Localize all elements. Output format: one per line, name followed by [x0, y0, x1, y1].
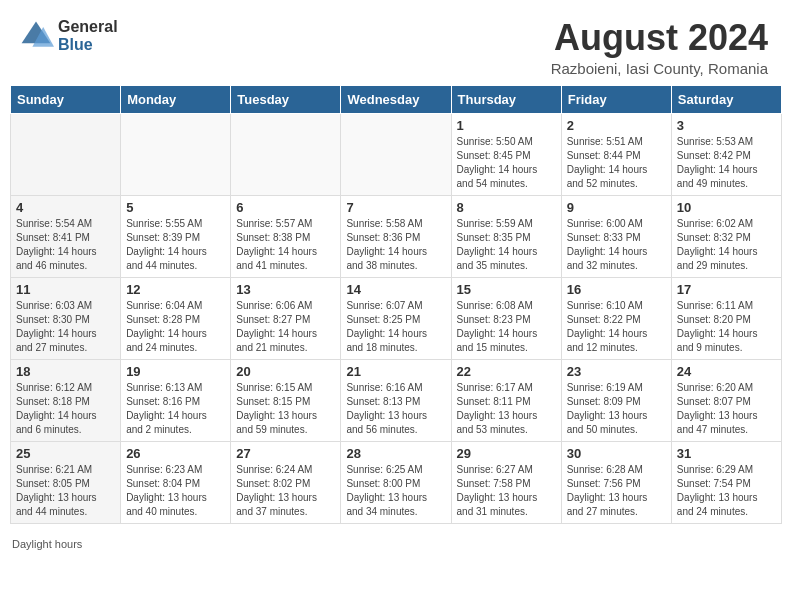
day-cell: 11Sunrise: 6:03 AM Sunset: 8:30 PM Dayli…	[11, 277, 121, 359]
day-cell: 10Sunrise: 6:02 AM Sunset: 8:32 PM Dayli…	[671, 195, 781, 277]
month-title: August 2024	[551, 18, 768, 58]
day-number: 27	[236, 446, 335, 461]
day-info: Sunrise: 5:55 AM Sunset: 8:39 PM Dayligh…	[126, 217, 225, 273]
day-number: 2	[567, 118, 666, 133]
day-cell	[341, 113, 451, 195]
day-number: 24	[677, 364, 776, 379]
day-number: 8	[457, 200, 556, 215]
day-number: 6	[236, 200, 335, 215]
day-number: 16	[567, 282, 666, 297]
footnote: Daylight hours	[0, 534, 792, 556]
day-cell: 2Sunrise: 5:51 AM Sunset: 8:44 PM Daylig…	[561, 113, 671, 195]
day-number: 29	[457, 446, 556, 461]
day-cell: 4Sunrise: 5:54 AM Sunset: 8:41 PM Daylig…	[11, 195, 121, 277]
day-number: 22	[457, 364, 556, 379]
day-info: Sunrise: 6:12 AM Sunset: 8:18 PM Dayligh…	[16, 381, 115, 437]
week-row-5: 25Sunrise: 6:21 AM Sunset: 8:05 PM Dayli…	[11, 441, 782, 523]
day-cell: 28Sunrise: 6:25 AM Sunset: 8:00 PM Dayli…	[341, 441, 451, 523]
day-info: Sunrise: 6:10 AM Sunset: 8:22 PM Dayligh…	[567, 299, 666, 355]
day-number: 31	[677, 446, 776, 461]
day-cell: 6Sunrise: 5:57 AM Sunset: 8:38 PM Daylig…	[231, 195, 341, 277]
day-info: Sunrise: 6:13 AM Sunset: 8:16 PM Dayligh…	[126, 381, 225, 437]
day-number: 4	[16, 200, 115, 215]
day-info: Sunrise: 6:27 AM Sunset: 7:58 PM Dayligh…	[457, 463, 556, 519]
day-cell: 30Sunrise: 6:28 AM Sunset: 7:56 PM Dayli…	[561, 441, 671, 523]
day-cell: 19Sunrise: 6:13 AM Sunset: 8:16 PM Dayli…	[121, 359, 231, 441]
day-info: Sunrise: 6:04 AM Sunset: 8:28 PM Dayligh…	[126, 299, 225, 355]
day-cell	[231, 113, 341, 195]
day-info: Sunrise: 5:54 AM Sunset: 8:41 PM Dayligh…	[16, 217, 115, 273]
day-number: 20	[236, 364, 335, 379]
day-number: 28	[346, 446, 445, 461]
day-info: Sunrise: 5:57 AM Sunset: 8:38 PM Dayligh…	[236, 217, 335, 273]
day-cell: 24Sunrise: 6:20 AM Sunset: 8:07 PM Dayli…	[671, 359, 781, 441]
col-header-wednesday: Wednesday	[341, 85, 451, 113]
col-header-saturday: Saturday	[671, 85, 781, 113]
day-info: Sunrise: 6:23 AM Sunset: 8:04 PM Dayligh…	[126, 463, 225, 519]
day-info: Sunrise: 5:58 AM Sunset: 8:36 PM Dayligh…	[346, 217, 445, 273]
day-number: 11	[16, 282, 115, 297]
day-cell: 3Sunrise: 5:53 AM Sunset: 8:42 PM Daylig…	[671, 113, 781, 195]
day-info: Sunrise: 6:19 AM Sunset: 8:09 PM Dayligh…	[567, 381, 666, 437]
day-number: 25	[16, 446, 115, 461]
day-info: Sunrise: 6:11 AM Sunset: 8:20 PM Dayligh…	[677, 299, 776, 355]
day-number: 3	[677, 118, 776, 133]
day-number: 26	[126, 446, 225, 461]
logo-general-text: General	[58, 18, 118, 36]
col-header-sunday: Sunday	[11, 85, 121, 113]
day-info: Sunrise: 6:00 AM Sunset: 8:33 PM Dayligh…	[567, 217, 666, 273]
day-number: 15	[457, 282, 556, 297]
day-info: Sunrise: 6:29 AM Sunset: 7:54 PM Dayligh…	[677, 463, 776, 519]
calendar-container: SundayMondayTuesdayWednesdayThursdayFrid…	[0, 85, 792, 534]
day-cell: 8Sunrise: 5:59 AM Sunset: 8:35 PM Daylig…	[451, 195, 561, 277]
day-cell: 16Sunrise: 6:10 AM Sunset: 8:22 PM Dayli…	[561, 277, 671, 359]
day-number: 30	[567, 446, 666, 461]
day-info: Sunrise: 5:51 AM Sunset: 8:44 PM Dayligh…	[567, 135, 666, 191]
page-header: General Blue August 2024 Razboieni, Iasi…	[0, 0, 792, 85]
day-number: 1	[457, 118, 556, 133]
day-cell: 14Sunrise: 6:07 AM Sunset: 8:25 PM Dayli…	[341, 277, 451, 359]
day-info: Sunrise: 6:07 AM Sunset: 8:25 PM Dayligh…	[346, 299, 445, 355]
day-cell: 20Sunrise: 6:15 AM Sunset: 8:15 PM Dayli…	[231, 359, 341, 441]
location-subtitle: Razboieni, Iasi County, Romania	[551, 60, 768, 77]
day-cell: 31Sunrise: 6:29 AM Sunset: 7:54 PM Dayli…	[671, 441, 781, 523]
calendar-header-row: SundayMondayTuesdayWednesdayThursdayFrid…	[11, 85, 782, 113]
day-info: Sunrise: 6:08 AM Sunset: 8:23 PM Dayligh…	[457, 299, 556, 355]
logo: General Blue	[18, 18, 118, 54]
day-info: Sunrise: 6:06 AM Sunset: 8:27 PM Dayligh…	[236, 299, 335, 355]
day-info: Sunrise: 6:02 AM Sunset: 8:32 PM Dayligh…	[677, 217, 776, 273]
calendar-table: SundayMondayTuesdayWednesdayThursdayFrid…	[10, 85, 782, 524]
day-info: Sunrise: 6:15 AM Sunset: 8:15 PM Dayligh…	[236, 381, 335, 437]
day-info: Sunrise: 6:03 AM Sunset: 8:30 PM Dayligh…	[16, 299, 115, 355]
day-cell: 25Sunrise: 6:21 AM Sunset: 8:05 PM Dayli…	[11, 441, 121, 523]
col-header-friday: Friday	[561, 85, 671, 113]
day-cell: 7Sunrise: 5:58 AM Sunset: 8:36 PM Daylig…	[341, 195, 451, 277]
day-info: Sunrise: 6:21 AM Sunset: 8:05 PM Dayligh…	[16, 463, 115, 519]
col-header-thursday: Thursday	[451, 85, 561, 113]
day-cell: 13Sunrise: 6:06 AM Sunset: 8:27 PM Dayli…	[231, 277, 341, 359]
day-cell	[121, 113, 231, 195]
day-number: 7	[346, 200, 445, 215]
day-number: 13	[236, 282, 335, 297]
day-cell: 17Sunrise: 6:11 AM Sunset: 8:20 PM Dayli…	[671, 277, 781, 359]
day-number: 23	[567, 364, 666, 379]
day-cell: 18Sunrise: 6:12 AM Sunset: 8:18 PM Dayli…	[11, 359, 121, 441]
day-cell: 26Sunrise: 6:23 AM Sunset: 8:04 PM Dayli…	[121, 441, 231, 523]
day-number: 5	[126, 200, 225, 215]
day-number: 9	[567, 200, 666, 215]
logo-blue-text: Blue	[58, 36, 118, 54]
day-number: 17	[677, 282, 776, 297]
col-header-tuesday: Tuesday	[231, 85, 341, 113]
day-cell	[11, 113, 121, 195]
day-cell: 12Sunrise: 6:04 AM Sunset: 8:28 PM Dayli…	[121, 277, 231, 359]
day-cell: 27Sunrise: 6:24 AM Sunset: 8:02 PM Dayli…	[231, 441, 341, 523]
col-header-monday: Monday	[121, 85, 231, 113]
day-number: 12	[126, 282, 225, 297]
day-cell: 23Sunrise: 6:19 AM Sunset: 8:09 PM Dayli…	[561, 359, 671, 441]
day-info: Sunrise: 6:20 AM Sunset: 8:07 PM Dayligh…	[677, 381, 776, 437]
day-info: Sunrise: 6:16 AM Sunset: 8:13 PM Dayligh…	[346, 381, 445, 437]
day-cell: 21Sunrise: 6:16 AM Sunset: 8:13 PM Dayli…	[341, 359, 451, 441]
day-cell: 1Sunrise: 5:50 AM Sunset: 8:45 PM Daylig…	[451, 113, 561, 195]
day-info: Sunrise: 5:59 AM Sunset: 8:35 PM Dayligh…	[457, 217, 556, 273]
day-info: Sunrise: 6:17 AM Sunset: 8:11 PM Dayligh…	[457, 381, 556, 437]
